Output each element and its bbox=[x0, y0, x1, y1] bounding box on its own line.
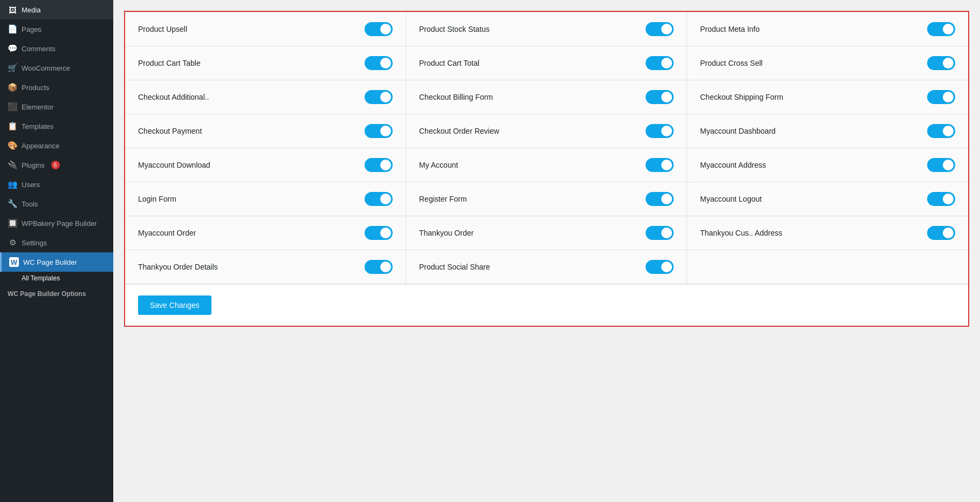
sidebar-item-label: Tools bbox=[22, 200, 38, 208]
toggle-thumb-myaccount-order bbox=[380, 228, 391, 238]
toggle-track-product-upsell[interactable] bbox=[365, 22, 393, 36]
toggle-switch-myaccount-order[interactable] bbox=[365, 226, 393, 240]
sidebar-item-wpbakery[interactable]: 🔲 WPBakery Page Builder bbox=[0, 214, 113, 233]
save-changes-button[interactable]: Save Changes bbox=[138, 295, 211, 315]
toggle-cell-thankyou-order-details: Thankyou Order Details bbox=[125, 250, 406, 284]
sidebar-item-appearance[interactable]: 🎨 Appearance bbox=[0, 136, 113, 155]
toggle-thumb-thankyou-cus-address bbox=[943, 228, 954, 238]
toggle-switch-product-meta-info[interactable] bbox=[927, 22, 955, 36]
toggle-track-myaccount-dashboard[interactable] bbox=[927, 124, 955, 138]
toggle-cell-checkout-shipping-form: Checkout Shipping Form bbox=[687, 80, 968, 114]
toggle-track-product-cart-table[interactable] bbox=[365, 56, 393, 70]
sidebar-item-comments[interactable]: 💬 Comments bbox=[0, 39, 113, 58]
settings-icon: ⚙ bbox=[8, 238, 17, 247]
toggle-label-myaccount-dashboard: Myaccount Dashboard bbox=[700, 127, 776, 135]
media-icon: 🖼 bbox=[8, 5, 17, 15]
toggle-track-product-stock-status[interactable] bbox=[646, 22, 674, 36]
toggle-cell-myaccount-address: Myaccount Address bbox=[687, 148, 968, 182]
toggle-thumb-thankyou-order-details bbox=[380, 262, 391, 272]
toggle-switch-checkout-order-review[interactable] bbox=[646, 124, 674, 138]
toggle-track-checkout-shipping-form[interactable] bbox=[927, 90, 955, 104]
toggle-switch-checkout-billing-form[interactable] bbox=[646, 90, 674, 104]
toggle-track-myaccount-address[interactable] bbox=[927, 158, 955, 172]
toggle-track-product-meta-info[interactable] bbox=[927, 22, 955, 36]
sidebar-item-label: WooCommerce bbox=[22, 64, 70, 72]
toggle-track-thankyou-order[interactable] bbox=[646, 226, 674, 240]
sidebar-sub-label: All Templates bbox=[22, 274, 60, 282]
sidebar-item-label: Plugins bbox=[22, 161, 45, 169]
sidebar-item-pages[interactable]: 📄 Pages bbox=[0, 19, 113, 39]
toggle-track-checkout-billing-form[interactable] bbox=[646, 90, 674, 104]
sidebar-item-settings[interactable]: ⚙ Settings bbox=[0, 233, 113, 252]
toggle-label-register-form: Register Form bbox=[419, 195, 467, 203]
toggle-switch-thankyou-order[interactable] bbox=[646, 226, 674, 240]
sidebar-item-woocommerce[interactable]: 🛒 WooCommerce bbox=[0, 58, 113, 78]
toggle-track-myaccount-logout[interactable] bbox=[927, 192, 955, 206]
toggle-switch-myaccount-download[interactable] bbox=[365, 158, 393, 172]
toggle-switch-register-form[interactable] bbox=[646, 192, 674, 206]
toggle-track-myaccount-order[interactable] bbox=[365, 226, 393, 240]
sidebar-item-wcpagebuilder[interactable]: W WC Page Builder bbox=[0, 252, 113, 272]
sidebar-item-elementor[interactable]: ⬛ Elementor bbox=[0, 97, 113, 116]
sidebar-item-plugins[interactable]: 🔌 Plugins 6 bbox=[0, 155, 113, 175]
toggle-track-checkout-order-review[interactable] bbox=[646, 124, 674, 138]
toggle-grid: Product UpsellProduct Stock StatusProduc… bbox=[125, 12, 968, 284]
toggle-switch-login-form[interactable] bbox=[365, 192, 393, 206]
toggle-switch-my-account[interactable] bbox=[646, 158, 674, 172]
toggle-switch-product-stock-status[interactable] bbox=[646, 22, 674, 36]
sidebar-item-label: Templates bbox=[22, 122, 53, 130]
toggle-track-thankyou-order-details[interactable] bbox=[365, 260, 393, 274]
toggle-switch-product-cart-total[interactable] bbox=[646, 56, 674, 70]
toggle-cell-checkout-payment: Checkout Payment bbox=[125, 114, 406, 148]
toggle-track-register-form[interactable] bbox=[646, 192, 674, 206]
toggle-track-checkout-additional[interactable] bbox=[365, 90, 393, 104]
appearance-icon: 🎨 bbox=[8, 141, 17, 150]
toggle-track-product-cart-total[interactable] bbox=[646, 56, 674, 70]
toggle-thumb-checkout-billing-form bbox=[661, 92, 672, 102]
toggle-thumb-checkout-order-review bbox=[661, 126, 672, 136]
toggle-thumb-register-form bbox=[661, 194, 672, 204]
toggle-track-login-form[interactable] bbox=[365, 192, 393, 206]
toggle-switch-checkout-payment[interactable] bbox=[365, 124, 393, 138]
toggle-thumb-checkout-shipping-form bbox=[943, 92, 954, 102]
toggle-thumb-myaccount-dashboard bbox=[943, 126, 954, 136]
toggle-label-login-form: Login Form bbox=[138, 195, 176, 203]
toggle-switch-thankyou-order-details[interactable] bbox=[365, 260, 393, 274]
toggle-thumb-myaccount-logout bbox=[943, 194, 954, 204]
toggle-track-product-social-share[interactable] bbox=[646, 260, 674, 274]
toggle-cell-product-stock-status: Product Stock Status bbox=[406, 12, 687, 46]
toggle-switch-myaccount-logout[interactable] bbox=[927, 192, 955, 206]
toggle-switch-myaccount-address[interactable] bbox=[927, 158, 955, 172]
toggle-switch-checkout-additional[interactable] bbox=[365, 90, 393, 104]
toggle-switch-thankyou-cus-address[interactable] bbox=[927, 226, 955, 240]
toggle-switch-product-cart-table[interactable] bbox=[365, 56, 393, 70]
sidebar-item-label: Elementor bbox=[22, 103, 53, 111]
pages-icon: 📄 bbox=[8, 24, 17, 34]
toggle-track-checkout-payment[interactable] bbox=[365, 124, 393, 138]
toggle-label-checkout-additional: Checkout Additional.. bbox=[138, 93, 209, 101]
toggle-label-myaccount-download: Myaccount Download bbox=[138, 161, 210, 169]
sidebar-item-tools[interactable]: 🔧 Tools bbox=[0, 194, 113, 214]
toggle-switch-product-social-share[interactable] bbox=[646, 260, 674, 274]
sidebar-item-templates[interactable]: 📋 Templates bbox=[0, 116, 113, 136]
toggle-track-product-cross-sell[interactable] bbox=[927, 56, 955, 70]
toggle-cell-product-social-share: Product Social Share bbox=[406, 250, 687, 284]
toggle-track-my-account[interactable] bbox=[646, 158, 674, 172]
sidebar-item-label: WPBakery Page Builder bbox=[22, 219, 97, 228]
toggle-cell-product-upsell: Product Upsell bbox=[125, 12, 406, 46]
toggle-switch-checkout-shipping-form[interactable] bbox=[927, 90, 955, 104]
sidebar-sub-all-templates[interactable]: All Templates bbox=[0, 272, 113, 285]
toggle-track-thankyou-cus-address[interactable] bbox=[927, 226, 955, 240]
sidebar-item-media[interactable]: 🖼 Media bbox=[0, 0, 113, 19]
sidebar-item-label: Users bbox=[22, 181, 40, 189]
toggle-switch-myaccount-dashboard[interactable] bbox=[927, 124, 955, 138]
woocommerce-icon: 🛒 bbox=[8, 63, 17, 73]
toggle-cell-checkout-additional: Checkout Additional.. bbox=[125, 80, 406, 114]
toggle-switch-product-upsell[interactable] bbox=[365, 22, 393, 36]
sidebar-item-users[interactable]: 👥 Users bbox=[0, 175, 113, 194]
toggle-switch-product-cross-sell[interactable] bbox=[927, 56, 955, 70]
sidebar-item-products[interactable]: 📦 Products bbox=[0, 78, 113, 97]
toggle-thumb-product-upsell bbox=[380, 24, 391, 35]
toggle-track-myaccount-download[interactable] bbox=[365, 158, 393, 172]
users-icon: 👥 bbox=[8, 180, 17, 189]
